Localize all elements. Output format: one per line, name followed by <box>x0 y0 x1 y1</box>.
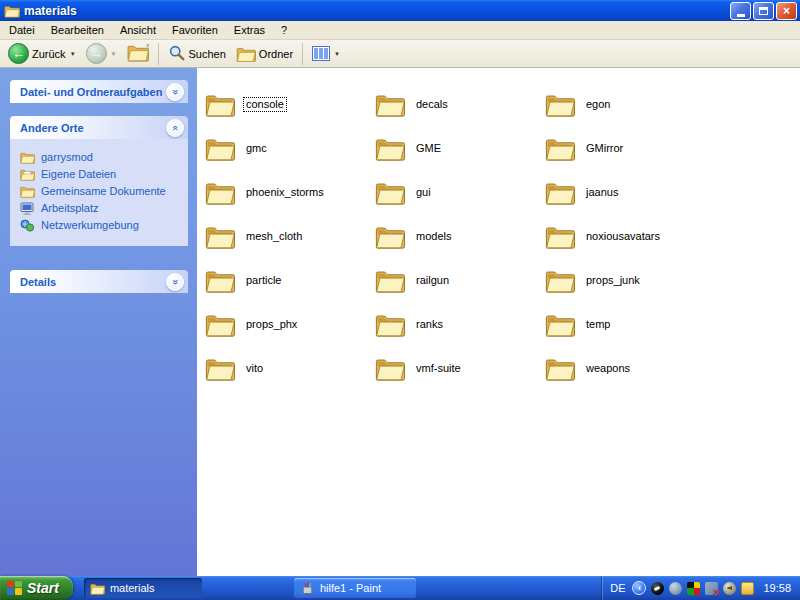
folders-icon <box>236 46 256 62</box>
menu-item[interactable]: ? <box>273 22 295 38</box>
menu-item[interactable]: Favoriten <box>164 22 226 38</box>
expand-button[interactable]: » <box>166 273 184 291</box>
folder-icon <box>375 356 405 381</box>
place-label: Netzwerkumgebung <box>41 219 139 231</box>
folder-icon <box>545 224 575 249</box>
globe-tray-icon[interactable] <box>669 582 682 595</box>
color-grid-tray-icon[interactable] <box>687 582 700 595</box>
forward-caret-icon: ▼ <box>111 51 117 57</box>
volume-tray-icon[interactable] <box>723 582 736 595</box>
file-list-area[interactable]: console d <box>197 68 800 576</box>
folder-item[interactable]: console <box>205 82 375 126</box>
folder-icon <box>205 268 235 293</box>
collapse-button[interactable]: « <box>166 119 184 137</box>
views-icon <box>312 46 330 61</box>
panel-other-places-header[interactable]: Andere Orte « <box>10 116 188 139</box>
folder-item[interactable]: vmf-suite <box>375 346 545 390</box>
close-icon: × <box>783 5 790 17</box>
folder-item[interactable]: GMirror <box>545 126 715 170</box>
folder-item[interactable]: decals <box>375 82 545 126</box>
folder-label: gmc <box>243 141 270 156</box>
folder-grid: console d <box>205 82 800 390</box>
taskbar-task-paint[interactable]: hilfe1 - Paint <box>294 578 416 598</box>
folder-item[interactable]: gui <box>375 170 545 214</box>
folder-label: vmf-suite <box>413 361 464 376</box>
disabled-device-tray-icon[interactable] <box>705 582 718 595</box>
folder-item[interactable]: props_phx <box>205 302 375 346</box>
shared-documents-icon <box>20 185 35 198</box>
folder-label: models <box>413 229 454 244</box>
steam-tray-icon[interactable] <box>651 582 664 595</box>
folder-item[interactable]: mesh_cloth <box>205 214 375 258</box>
folder-icon <box>205 180 235 205</box>
folder-label: weapons <box>583 361 633 376</box>
folder-icon <box>20 151 35 164</box>
back-icon: ← <box>8 43 29 64</box>
folder-label: phoenix_storms <box>243 185 327 200</box>
close-button[interactable]: × <box>776 2 797 20</box>
folder-item[interactable]: temp <box>545 302 715 346</box>
system-tray: DE ‹ 19:58 <box>601 576 800 600</box>
my-documents-icon <box>20 168 35 181</box>
folder-item[interactable]: phoenix_storms <box>205 170 375 214</box>
folder-icon <box>545 180 575 205</box>
menu-item[interactable]: Ansicht <box>112 22 164 38</box>
folder-item[interactable]: noxiousavatars <box>545 214 715 258</box>
window-folder-icon <box>4 4 20 18</box>
folder-item[interactable]: vito <box>205 346 375 390</box>
expand-button[interactable]: » <box>166 83 184 101</box>
folder-item[interactable]: props_junk <box>545 258 715 302</box>
panel-title: Andere Orte <box>20 122 84 134</box>
back-button[interactable]: ← Zurück ▼ <box>4 40 80 67</box>
folder-item[interactable]: weapons <box>545 346 715 390</box>
menu-item[interactable]: Datei <box>1 22 43 38</box>
up-button[interactable]: ↑ <box>123 40 153 67</box>
folder-item[interactable]: ranks <box>375 302 545 346</box>
forward-button[interactable]: → ▼ <box>82 40 121 67</box>
folder-item[interactable]: particle <box>205 258 375 302</box>
start-button[interactable]: Start <box>0 576 73 600</box>
place-link-garrysmod[interactable]: garrysmod <box>20 149 184 165</box>
folder-item[interactable]: gmc <box>205 126 375 170</box>
folder-item[interactable]: jaanus <box>545 170 715 214</box>
minimize-button[interactable] <box>730 2 751 20</box>
language-indicator[interactable]: DE <box>610 582 625 594</box>
hide-tray-icons-button[interactable]: ‹ <box>632 581 646 595</box>
folder-label: decals <box>413 97 451 112</box>
folders-button[interactable]: Ordner <box>232 40 297 67</box>
desktop-screen: materials × Datei Bearbeiten Ansicht Fav… <box>0 0 800 600</box>
restore-button[interactable] <box>753 2 774 20</box>
folder-icon <box>545 92 575 117</box>
up-arrow-icon: ↑ <box>145 40 151 54</box>
folder-item[interactable]: railgun <box>375 258 545 302</box>
panel-file-tasks: Datei- und Ordneraufgaben » <box>10 80 188 103</box>
folder-item[interactable]: egon <box>545 82 715 126</box>
search-button[interactable]: Suchen <box>164 40 230 67</box>
menu-item[interactable]: Extras <box>226 22 273 38</box>
toolbar-separator <box>158 43 159 65</box>
views-button[interactable]: ▼ <box>308 40 344 67</box>
panel-title: Datei- und Ordneraufgaben <box>20 86 162 98</box>
place-link-network[interactable]: Netzwerkumgebung <box>20 217 184 233</box>
search-icon <box>168 44 186 64</box>
panel-details-header[interactable]: Details » <box>10 270 188 293</box>
panel-file-tasks-header[interactable]: Datei- und Ordneraufgaben » <box>10 80 188 103</box>
place-label: Gemeinsame Dokumente <box>41 185 166 197</box>
place-link-shared-documents[interactable]: Gemeinsame Dokumente <box>20 183 184 199</box>
folder-icon <box>205 356 235 381</box>
place-link-my-computer[interactable]: Arbeitsplatz <box>20 200 184 216</box>
folder-icon <box>205 92 235 117</box>
folder-icon <box>205 136 235 161</box>
folder-label: GME <box>413 141 444 156</box>
titlebar[interactable]: materials × <box>0 0 800 21</box>
taskbar-clock[interactable]: 19:58 <box>763 582 791 594</box>
folder-icon <box>205 312 235 337</box>
menu-item[interactable]: Bearbeiten <box>43 22 112 38</box>
taskbar-task-materials[interactable]: materials <box>84 578 202 598</box>
folder-label: noxiousavatars <box>583 229 663 244</box>
folder-item[interactable]: GME <box>375 126 545 170</box>
folder-item[interactable]: models <box>375 214 545 258</box>
place-link-my-documents[interactable]: Eigene Dateien <box>20 166 184 182</box>
messenger-tray-icon[interactable] <box>741 582 754 595</box>
back-caret-icon[interactable]: ▼ <box>70 51 76 57</box>
